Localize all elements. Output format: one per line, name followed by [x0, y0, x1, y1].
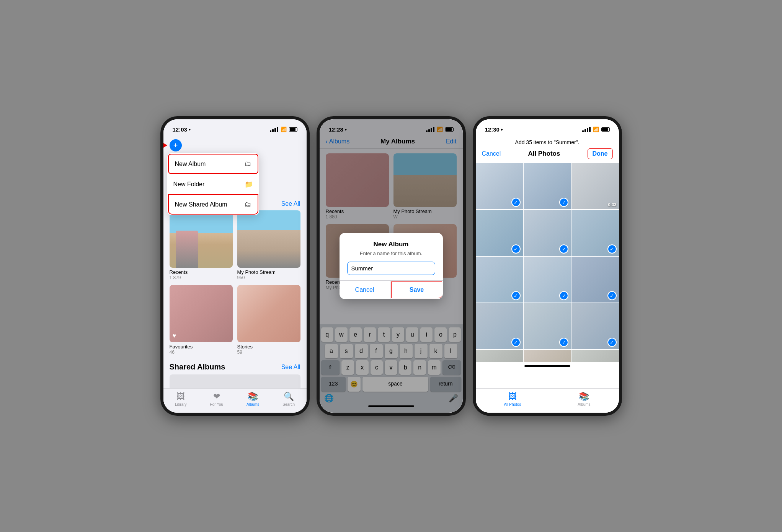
album-name-input[interactable] — [347, 262, 435, 275]
photo-cell-11[interactable]: ✓ — [524, 303, 571, 349]
recents-label: Recents — [170, 269, 233, 275]
tab-all-photos[interactable]: 🖼 All Photos — [504, 392, 521, 407]
photo-check-9: ✓ — [607, 291, 617, 300]
new-shared-album-menu-item[interactable]: New Shared Album 🗂 — [168, 194, 258, 215]
photostream-count: 950 — [237, 275, 300, 280]
phone-3: 12:30 ▸ 📶 Add — [473, 116, 622, 416]
phone-2: 12:28 ▸ 📶 — [317, 116, 466, 416]
done-button-p3[interactable]: Done — [588, 148, 613, 159]
recents-album[interactable]: Recents 1 879 — [170, 210, 233, 280]
signal-icon-3 — [582, 127, 591, 132]
dropdown-menu: New Album 🗂 New Folder 📁 New Shared Albu… — [167, 153, 259, 215]
folder-icon: 📁 — [245, 180, 253, 189]
albums-area: See All Recents 1 879 My Photo Stream 95… — [163, 200, 307, 405]
favourites-album[interactable]: ♥ Favourites 46 — [170, 285, 233, 355]
for-you-icon: ❤ — [213, 392, 220, 402]
albums-grid: Recents 1 879 My Photo Stream 950 ♥ Favo… — [170, 210, 300, 355]
add-items-text: Add 35 items to "Summer". — [482, 139, 613, 145]
all-photos-tab-icon: 🖼 — [508, 392, 517, 402]
cancel-button-p3[interactable]: Cancel — [482, 150, 501, 157]
stories-album[interactable]: Stories 59 — [237, 285, 300, 355]
photo-cell-12[interactable]: ✓ — [571, 303, 619, 349]
photo-check-2: ✓ — [559, 198, 568, 207]
nav-header-1: + — [163, 136, 307, 155]
home-indicator-3 — [476, 362, 619, 370]
photo-check-4: ✓ — [511, 244, 521, 254]
cancel-button-modal[interactable]: Cancel — [340, 281, 390, 299]
photos-grid: ✓ ✓ 0:33 ✓ — [476, 163, 619, 362]
save-button-modal[interactable]: Save — [391, 281, 442, 298]
shared-album-icon: 🗂 — [245, 200, 251, 208]
photo-check-11: ✓ — [559, 338, 568, 347]
screenshot-container: 12:03 ▸ 📶 — [153, 109, 630, 423]
video-duration: 0:33 — [608, 202, 616, 207]
all-photos-tab-label: All Photos — [504, 402, 521, 407]
stories-label: Stories — [237, 344, 300, 350]
photo-cell-2[interactable]: ✓ — [524, 163, 571, 209]
see-all-button-1[interactable]: See All — [281, 200, 300, 207]
photo-cell-13[interactable] — [476, 350, 523, 362]
photo-check-8: ✓ — [559, 291, 568, 300]
photo-cell-14[interactable] — [524, 350, 571, 362]
battery-icon-3 — [601, 127, 610, 132]
photostream-label: My Photo Stream — [237, 269, 300, 275]
tab-library[interactable]: 🖼 Library — [175, 392, 187, 407]
tab-bar-1: 🖼 Library ❤ For You 📚 Albums 🔍 Search — [163, 388, 307, 413]
album-icon: 🗂 — [245, 160, 251, 168]
favourites-count: 46 — [170, 350, 233, 355]
for-you-label: For You — [210, 402, 223, 407]
status-icons-3: 📶 — [582, 127, 610, 132]
photos-scroll-area: ✓ ✓ 0:33 ✓ — [476, 163, 619, 362]
time-display-3: 12:30 — [485, 126, 500, 133]
heart-icon: ♥ — [173, 332, 176, 339]
status-bar-3: 12:30 ▸ 📶 — [476, 119, 619, 136]
new-album-menu-item[interactable]: New Album 🗂 — [168, 154, 258, 174]
photo-check-5: ✓ — [559, 244, 568, 254]
add-button[interactable]: + — [170, 139, 182, 151]
albums-tab-label-p3: Albums — [578, 402, 590, 407]
photo-cell-3[interactable]: 0:33 — [571, 163, 619, 209]
search-label: Search — [282, 402, 295, 407]
modal-buttons: Cancel Save — [340, 280, 443, 299]
modal-overlay: New Album Enter a name for this album. C… — [320, 119, 463, 413]
photostream-album[interactable]: My Photo Stream 950 — [237, 210, 300, 280]
photo-cell-15[interactable] — [571, 350, 619, 362]
tab-for-you[interactable]: ❤ For You — [210, 392, 223, 407]
all-photos-title: All Photos — [528, 150, 560, 158]
new-folder-menu-item[interactable]: New Folder 📁 — [167, 175, 259, 194]
photo-cell-7[interactable]: ✓ — [476, 257, 523, 303]
p3-header: Add 35 items to "Summer". Cancel All Pho… — [476, 136, 619, 163]
albums-icon: 📚 — [248, 392, 258, 402]
tab-search[interactable]: 🔍 Search — [282, 392, 295, 407]
photo-check-6: ✓ — [607, 244, 617, 254]
photo-cell-6[interactable]: ✓ — [571, 210, 619, 256]
shared-albums-title: Shared Albums — [170, 363, 225, 371]
photo-cell-4[interactable]: ✓ — [476, 210, 523, 256]
new-album-modal: New Album Enter a name for this album. C… — [340, 233, 443, 299]
location-icon-1: ▸ — [189, 127, 191, 132]
recents-count: 1 879 — [170, 275, 233, 280]
location-icon-3: ▸ — [501, 127, 503, 132]
albums-label: Albums — [247, 402, 259, 407]
photo-cell-8[interactable]: ✓ — [524, 257, 571, 303]
photo-cell-10[interactable]: ✓ — [476, 303, 523, 349]
wifi-icon-1: 📶 — [281, 127, 287, 132]
phone-1: 12:03 ▸ 📶 — [160, 116, 310, 416]
photo-cell-5[interactable]: ✓ — [524, 210, 571, 256]
battery-icon-1 — [289, 127, 297, 132]
tab-bar-3: 🖼 All Photos 📚 Albums — [476, 388, 619, 413]
wifi-icon-3: 📶 — [593, 127, 599, 132]
signal-icon-1 — [270, 127, 278, 132]
status-bar-1: 12:03 ▸ 📶 — [163, 119, 307, 136]
status-icons-1: 📶 — [270, 127, 297, 132]
shared-albums-header: Shared Albums See All — [170, 363, 300, 371]
tab-albums-p3[interactable]: 📚 Albums — [578, 392, 590, 407]
see-all-button-2[interactable]: See All — [281, 364, 300, 371]
library-label: Library — [175, 402, 187, 407]
modal-subtitle: Enter a name for this album. — [347, 251, 435, 256]
new-album-label: New Album — [175, 161, 206, 168]
photo-cell-1[interactable]: ✓ — [476, 163, 523, 209]
stories-count: 59 — [237, 350, 300, 355]
photo-cell-9[interactable]: ✓ — [571, 257, 619, 303]
tab-albums[interactable]: 📚 Albums — [247, 392, 259, 407]
